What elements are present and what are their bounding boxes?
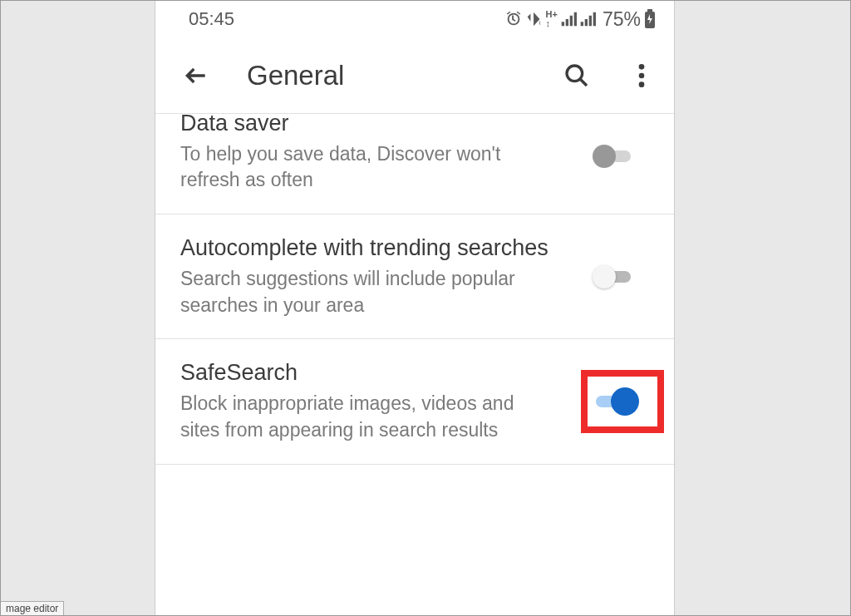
svg-point-4 <box>639 72 645 78</box>
toggle-data-saver[interactable] <box>593 145 639 168</box>
search-button[interactable] <box>559 58 594 93</box>
setting-title: Data saver <box>180 114 558 138</box>
status-bar: 05:45 H+↕ 75% <box>155 1 674 37</box>
svg-point-3 <box>639 64 645 70</box>
network-icon: H+↕ <box>546 10 558 28</box>
svg-point-5 <box>639 81 645 87</box>
svg-rect-1 <box>647 9 652 12</box>
svg-point-2 <box>567 66 583 81</box>
setting-title: Autocomplete with trending searches <box>180 234 558 263</box>
setting-title: SafeSearch <box>180 359 558 387</box>
app-bar: General <box>155 37 674 114</box>
vibrate-icon <box>525 10 544 28</box>
alarm-icon <box>504 10 523 28</box>
settings-list: Data saver To help you save data, Discov… <box>155 114 674 465</box>
battery-percent: 75% <box>603 8 641 31</box>
setting-desc: Block inappropriate images, videos and s… <box>180 391 558 443</box>
signal-icon-2 <box>579 11 596 27</box>
battery-icon <box>644 9 656 29</box>
setting-autocomplete[interactable]: Autocomplete with trending searches Sear… <box>155 214 674 339</box>
footer-label: mage editor <box>1 601 64 615</box>
setting-safesearch[interactable]: SafeSearch Block inappropriate images, v… <box>155 339 674 464</box>
phone-screen: 05:45 H+↕ 75% <box>155 1 675 616</box>
toggle-autocomplete[interactable] <box>593 265 639 288</box>
setting-desc: To help you save data, Discover won't re… <box>180 141 558 194</box>
toggle-safesearch[interactable] <box>593 390 639 413</box>
page-title: General <box>247 60 559 91</box>
more-button[interactable] <box>629 58 654 93</box>
status-right: H+↕ 75% <box>504 8 656 31</box>
status-time: 05:45 <box>189 8 234 30</box>
setting-desc: Search suggestions will include popular … <box>180 266 558 318</box>
signal-icon-1 <box>560 11 577 27</box>
back-button[interactable] <box>180 60 212 91</box>
setting-data-saver[interactable]: Data saver To help you save data, Discov… <box>155 114 674 214</box>
